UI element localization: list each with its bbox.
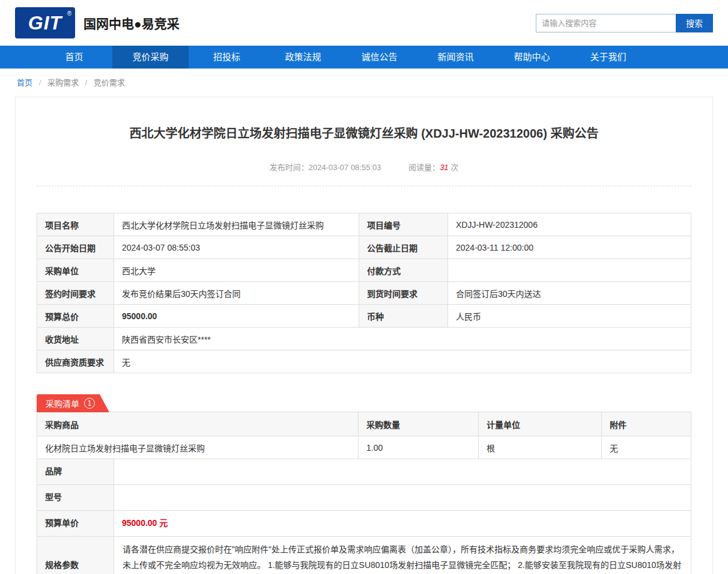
item-product-name: 化材院日立场发射扫描电子显微镜灯丝采购 bbox=[37, 436, 359, 459]
table-row: 化材院日立场发射扫描电子显微镜灯丝采购 1.00 根 无 bbox=[37, 436, 691, 459]
column-header-attachment: 附件 bbox=[602, 412, 691, 436]
item-attachment: 无 bbox=[602, 436, 691, 459]
detail-label-brand: 品牌 bbox=[37, 459, 114, 485]
info-value: 西北大学 bbox=[114, 259, 359, 282]
views-unit: 次 bbox=[450, 163, 458, 172]
table-row: 规格参数 请各潜在供应商提交报价时在"响应附件"处上传正式报价单及需求响应偏离表… bbox=[37, 536, 691, 574]
nav-item-policy[interactable]: 政策法规 bbox=[265, 46, 341, 69]
announcement-card: 西北大学化材学院日立场发射扫描电子显微镜灯丝采购 (XDJJ-HW-202312… bbox=[15, 97, 713, 574]
table-row: 供应商资质要求 无 bbox=[37, 350, 691, 373]
page-title: 西北大学化材学院日立场发射扫描电子显微镜灯丝采购 (XDJJ-HW-202312… bbox=[37, 125, 691, 142]
info-value: 2024-03-11 12:00:00 bbox=[448, 236, 691, 259]
table-row: 项目名称 西北大学化材学院日立场发射扫描电子显微镜灯丝采购 项目编号 XDJJ-… bbox=[37, 213, 691, 236]
info-label: 签约时间要求 bbox=[37, 282, 114, 305]
purchase-list-badge-label: 采购清单 bbox=[46, 397, 79, 409]
project-info-table: 项目名称 西北大学化材学院日立场发射扫描电子显微镜灯丝采购 项目编号 XDJJ-… bbox=[37, 213, 691, 373]
search-input[interactable] bbox=[536, 14, 676, 32]
table-row: 预算单价 95000.00 元 bbox=[37, 510, 691, 536]
main-nav: 首页 竞价采购 招投标 政策法规 诚信公告 新闻资讯 帮助中心 关于我们 bbox=[0, 46, 728, 69]
table-row: 签约时间要求 发布竞价结果后30天内签订合同 到货时间要求 合同签订后30天内送… bbox=[37, 282, 691, 305]
nav-item-bidding-purchase[interactable]: 竞价采购 bbox=[112, 46, 189, 69]
info-label: 项目编号 bbox=[359, 213, 448, 236]
table-row: 预算总价 95000.00 币种 人民币 bbox=[37, 305, 691, 328]
table-row: 采购单位 西北大学 付款方式 bbox=[37, 259, 691, 282]
search-button[interactable]: 搜索 bbox=[676, 14, 713, 32]
nav-item-home[interactable]: 首页 bbox=[36, 46, 112, 69]
info-label: 到货时间要求 bbox=[359, 282, 448, 305]
info-label: 付款方式 bbox=[359, 259, 448, 282]
nav-item-tender[interactable]: 招投标 bbox=[189, 46, 265, 69]
info-label: 预算总价 bbox=[37, 305, 114, 328]
detail-value-unit-price: 95000.00 元 bbox=[114, 510, 691, 536]
item-unit: 根 bbox=[479, 436, 602, 459]
detail-value-model bbox=[114, 484, 691, 510]
table-row: 收货地址 陕西省西安市长安区**** bbox=[37, 328, 691, 350]
column-header-product: 采购商品 bbox=[37, 412, 359, 436]
nav-item-about-us[interactable]: 关于我们 bbox=[570, 46, 646, 69]
site-title: 国网中电●易竞采 bbox=[83, 14, 180, 32]
info-value: 西北大学化材学院日立场发射扫描电子显微镜灯丝采购 bbox=[114, 213, 359, 236]
breadcrumb-purchase-demand[interactable]: 采购需求 bbox=[47, 78, 79, 87]
publish-time-label: 发布时间： bbox=[270, 163, 309, 172]
detail-label-unit-price: 预算单价 bbox=[37, 510, 114, 536]
info-value: 无 bbox=[114, 350, 691, 373]
table-row: 品牌 bbox=[37, 459, 691, 485]
info-value: 发布竞价结果后30天内签订合同 bbox=[114, 282, 359, 305]
info-value: 人民币 bbox=[448, 305, 691, 328]
publish-time-value: 2024-03-07 08:55:03 bbox=[309, 163, 381, 172]
table-row: 型号 bbox=[37, 484, 691, 510]
info-value: 2024-03-07 08:55:03 bbox=[114, 236, 359, 259]
breadcrumb-separator: / bbox=[39, 78, 41, 87]
nav-item-help-center[interactable]: 帮助中心 bbox=[494, 46, 570, 69]
article-meta: 发布时间：2024-03-07 08:55:03 阅读量：31 次 bbox=[37, 161, 691, 186]
info-value: 陕西省西安市长安区**** bbox=[114, 328, 691, 350]
views-label: 阅读量： bbox=[408, 163, 440, 172]
info-label: 项目名称 bbox=[37, 213, 114, 236]
column-header-quantity: 采购数量 bbox=[359, 412, 479, 436]
breadcrumb-separator: / bbox=[85, 78, 88, 87]
purchase-items-table: 采购商品 采购数量 计量单位 附件 化材院日立场发射扫描电子显微镜灯丝采购 1.… bbox=[37, 412, 691, 459]
breadcrumb: 首页 / 采购需求 / 竞价需求 bbox=[0, 69, 728, 96]
views-count: 31 bbox=[440, 163, 448, 172]
info-label: 币种 bbox=[359, 305, 448, 328]
detail-label-specifications: 规格参数 bbox=[37, 536, 114, 574]
info-label: 公告开始日期 bbox=[37, 236, 114, 259]
table-header-row: 采购商品 采购数量 计量单位 附件 bbox=[37, 412, 691, 436]
info-label: 收货地址 bbox=[37, 328, 114, 350]
purchase-list-count-badge: 1 bbox=[84, 398, 95, 409]
info-value: 合同签订后30天内送达 bbox=[448, 282, 691, 305]
registered-trademark-icon: ® bbox=[67, 10, 71, 17]
detail-label-model: 型号 bbox=[37, 484, 114, 510]
nav-item-news[interactable]: 新闻资讯 bbox=[417, 46, 494, 69]
column-header-unit: 计量单位 bbox=[479, 412, 602, 436]
item-quantity: 1.00 bbox=[359, 436, 479, 459]
info-label: 公告截止日期 bbox=[359, 236, 448, 259]
info-value: XDJJ-HW-202312006 bbox=[448, 213, 691, 236]
breadcrumb-current: 竞价需求 bbox=[94, 78, 125, 87]
detail-value-specifications: 请各潜在供应商提交报价时在"响应附件"处上传正式报价单及需求响应偏离表（加盖公章… bbox=[114, 536, 691, 574]
info-value bbox=[448, 259, 691, 282]
nav-item-integrity-notice[interactable]: 诚信公告 bbox=[341, 46, 417, 69]
detail-value-brand bbox=[114, 459, 691, 485]
item-details-table: 品牌 型号 预算单价 95000.00 元 规格参数 请各潜在供应商提交报价时在… bbox=[37, 459, 691, 574]
info-label: 采购单位 bbox=[37, 259, 114, 282]
site-logo[interactable]: GIT ® bbox=[15, 7, 75, 38]
table-row: 公告开始日期 2024-03-07 08:55:03 公告截止日期 2024-0… bbox=[37, 236, 691, 259]
breadcrumb-home[interactable]: 首页 bbox=[17, 78, 32, 87]
purchase-list-badge: 采购清单 1 bbox=[37, 394, 109, 412]
total-budget-value: 95000.00 bbox=[114, 305, 359, 328]
site-header: GIT ® 国网中电●易竞采 搜索 bbox=[0, 0, 728, 46]
info-label: 供应商资质要求 bbox=[37, 350, 114, 373]
logo-text: GIT bbox=[28, 12, 62, 34]
search-area: 搜索 bbox=[536, 14, 713, 32]
